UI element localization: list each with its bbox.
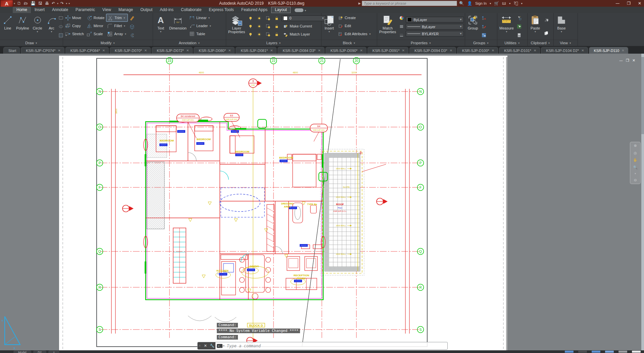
vpfreeze-button[interactable] — [264, 14, 272, 22]
zoom-extents-icon[interactable]: 🔍 — [633, 165, 638, 170]
lock-button[interactable] — [273, 22, 281, 30]
navbar-caret-icon[interactable]: ▾ — [635, 172, 636, 175]
save-as-icon[interactable]: 🖫 — [38, 0, 42, 7]
tab-close-icon[interactable]: ✕ — [534, 49, 536, 52]
file-tab-ksr-sjp-d070[interactable]: KSR-SJP-D070*✕ — [110, 47, 151, 54]
file-tab-ksr-sjp-d104-d2[interactable]: KSR-SJP-D104 D2*✕ — [541, 47, 588, 54]
leader-button[interactable]: Leader▼ — [188, 22, 212, 30]
ribbon-tab-output[interactable]: Output — [137, 7, 156, 13]
ribbon-tab-add-ins[interactable]: Add-ins — [156, 7, 177, 13]
linear-button[interactable]: Linear▼ — [188, 14, 212, 22]
stretch-button[interactable]: Stretch — [64, 30, 85, 38]
offset-button[interactable] — [128, 31, 136, 39]
panel-clipboard-label[interactable]: Clipboard▼ — [528, 40, 553, 46]
command-input[interactable]: Type a command — [227, 344, 261, 348]
file-tab-ksr-sjp-cp084[interactable]: KSR-SJP-CP084*✕ — [65, 47, 109, 54]
doc-minimize-icon[interactable]: — — [619, 58, 623, 63]
tab-close-icon[interactable]: ✕ — [144, 49, 147, 52]
copyclip-button[interactable] — [543, 29, 550, 37]
autocad-logo[interactable]: A — [0, 0, 13, 7]
layout-tab-model[interactable]: Model — [13, 350, 31, 353]
file-tab-ksr-sjp-d084-d3[interactable]: KSR-SJP-D084 D3*✕ — [278, 47, 324, 54]
tab-close-icon[interactable]: ✕ — [581, 49, 584, 52]
ribbon-tab-featured-apps[interactable]: Featured Apps — [238, 7, 271, 13]
tab-close-icon[interactable]: ✕ — [270, 49, 273, 52]
ribbon-tab-parametric[interactable]: Parametric — [72, 7, 99, 13]
file-tab-ksr-sjp-d094-d3[interactable]: KSR-SJP-D094 D3*✕ — [409, 47, 456, 54]
navbar-collapse-icon[interactable]: ⊖ — [634, 178, 637, 182]
file-tab-ksr-sjp-d080[interactable]: KSR-SJP-D080*✕ — [194, 47, 235, 54]
ribbon-display-caret-icon[interactable]: ▾ — [305, 9, 306, 12]
tab-close-icon[interactable]: ✕ — [186, 49, 189, 52]
undo-caret-icon[interactable]: ▾ — [57, 2, 58, 5]
dimension-button[interactable]: Dimension — [168, 14, 188, 40]
base-button[interactable]: Base▼ — [555, 14, 568, 40]
command-line[interactable]: ⠿ ✕ 🔧 >_ ▾ Type a command — [197, 342, 448, 350]
groupsel-button[interactable] — [480, 31, 488, 39]
trim-button[interactable]: Trim▼ — [106, 14, 128, 22]
layout-tab-[interactable]: + — [48, 350, 59, 353]
match-layer-button[interactable]: Match Layer — [282, 30, 311, 38]
text-button[interactable]: AText▼ — [154, 14, 167, 40]
layout-tab-d2[interactable]: D2 — [33, 350, 47, 353]
close-button[interactable]: ✕ — [638, 0, 641, 7]
tab-close-icon[interactable]: ✕ — [318, 49, 320, 52]
open-folder-icon[interactable]: 🗁 — [24, 0, 28, 7]
annotation-scale-icon[interactable] — [618, 351, 627, 353]
isolate-objects-icon[interactable] — [632, 351, 641, 353]
command-close-icon[interactable]: ✕ — [202, 342, 209, 349]
help-caret-icon[interactable]: ▾ — [521, 2, 523, 5]
polyline-button[interactable]: Polyline — [15, 14, 30, 40]
panel-utilities-label[interactable]: Utilities▼ — [497, 40, 527, 46]
command-settings-wrench-icon[interactable]: 🔧 — [209, 342, 215, 349]
lock-button[interactable] — [273, 14, 281, 22]
cutclip-button[interactable] — [543, 16, 550, 24]
file-tab-ksr-sjp-d090[interactable]: KSR-SJP-D090*✕ — [326, 47, 366, 54]
circle-button[interactable]: Circle▼ — [31, 14, 44, 40]
file-tab-ksr-sjp-d100[interactable]: KSR-SJP-D100*✕ — [457, 47, 498, 54]
quickselect-button[interactable] — [515, 14, 523, 22]
ribbon-tab-insert[interactable]: Insert — [31, 7, 48, 13]
file-tab-ksr-sjp-d091[interactable]: KSR-SJP-D091*✕ — [367, 47, 408, 54]
panel-annotation-label[interactable]: Annotation▼ — [153, 40, 226, 46]
tab-close-icon[interactable]: ✕ — [622, 49, 624, 52]
tab-close-icon[interactable]: ✕ — [360, 49, 362, 52]
group-button[interactable]: Group — [466, 14, 480, 40]
selbox-button[interactable] — [515, 22, 523, 31]
colorwheel-button[interactable] — [398, 14, 405, 22]
ungroup-button[interactable] — [480, 14, 488, 22]
sun-button[interactable] — [255, 14, 263, 22]
lock-button[interactable] — [273, 30, 281, 38]
create-button[interactable]: Create — [337, 14, 372, 22]
ribbon-tab-collaborate[interactable]: Collaborate — [177, 7, 205, 13]
file-tab-ksr-sjp-d081[interactable]: KSR-SJP-D081*✕ — [236, 47, 277, 54]
share-caret-icon[interactable]: ▾ — [509, 2, 510, 5]
minimize-button[interactable]: — — [615, 0, 620, 7]
polar-toggle-icon[interactable] — [605, 351, 614, 353]
copy-button[interactable]: Copy — [64, 22, 85, 30]
pan-hand-icon[interactable]: ✋ — [633, 158, 638, 162]
panel-block-label[interactable]: Block▼ — [321, 40, 377, 46]
groupedit-button[interactable] — [480, 22, 488, 31]
file-tab-ksr-sjp-cp074[interactable]: KSR-SJP-CP074*✕ — [21, 47, 64, 54]
calculator-button[interactable] — [515, 31, 523, 39]
file-tab-ksr-sjp-d110[interactable]: KSR-SJP-D110✕ — [589, 47, 628, 54]
vpfreeze-button[interactable] — [264, 30, 272, 38]
linetype-button[interactable] — [398, 22, 405, 31]
bulb-button[interactable] — [247, 14, 254, 22]
save-icon[interactable]: 💾 — [31, 0, 36, 7]
sign-in-button[interactable]: Sign In — [475, 1, 487, 5]
panel-layers-label[interactable]: Layers▼ — [226, 40, 321, 46]
help-search-input[interactable] — [362, 1, 457, 6]
ribbon-display-toggle[interactable] — [295, 8, 303, 12]
mirror-button[interactable]: Mirror — [86, 22, 105, 30]
lineweight-button[interactable] — [398, 31, 405, 39]
ortho-toggle-icon[interactable] — [592, 351, 600, 353]
ribbon-tab-annotate[interactable]: Annotate — [48, 7, 72, 13]
layer-dropdown[interactable]: 0▼ — [282, 15, 326, 21]
cube-button[interactable] — [128, 22, 136, 31]
make-current-button[interactable]: Make Current — [282, 22, 313, 30]
sun-button[interactable] — [255, 30, 263, 38]
command-recent-caret-icon[interactable]: ▾ — [223, 344, 225, 347]
tab-close-icon[interactable]: ✕ — [228, 49, 231, 52]
